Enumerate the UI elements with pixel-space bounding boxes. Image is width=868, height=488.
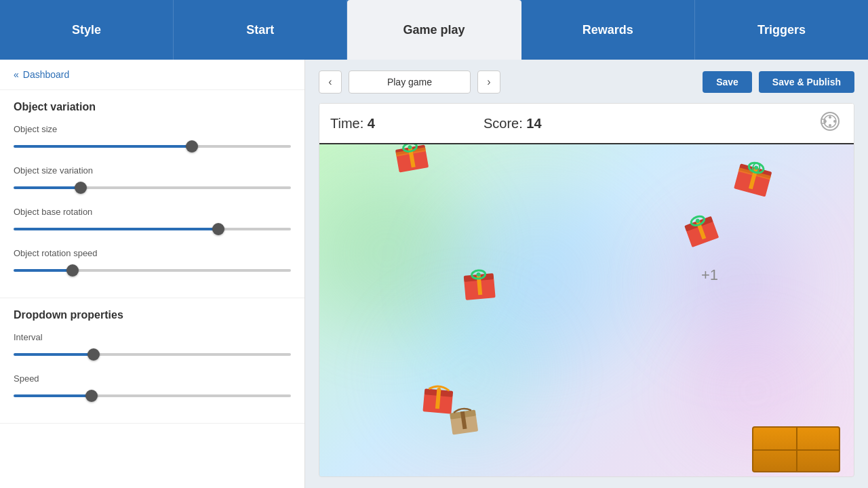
object-size-variation-slider[interactable] — [14, 186, 291, 189]
plus-one-text: +1 — [701, 266, 718, 284]
svg-point-4 — [829, 116, 831, 119]
object-rotation-speed-group: Object rotation speed — [14, 248, 291, 277]
object-base-rotation-slider-container — [14, 222, 291, 236]
speed-slider[interactable] — [14, 394, 291, 397]
sidebar: « Dashboard Object variation Object size… — [0, 60, 305, 488]
interval-label: Interval — [14, 332, 291, 342]
dropdown-properties-title: Dropdown properties — [14, 309, 291, 321]
object-size-variation-label: Object size variation — [14, 165, 291, 176]
nav-item-style[interactable]: Style — [0, 0, 174, 60]
publish-button[interactable]: Save & Publish — [759, 71, 854, 93]
svg-point-5 — [829, 124, 831, 127]
nav-item-start[interactable]: Start — [174, 0, 347, 60]
dropdown-properties-section: Dropdown properties Interval Speed — [0, 298, 304, 424]
wooden-box — [752, 426, 840, 472]
right-panel: ‹ Play game › Save Save & Publish Time: … — [305, 60, 868, 488]
header-actions: Save Save & Publish — [703, 71, 854, 93]
gift-top — [391, 144, 433, 178]
prev-button[interactable]: ‹ — [319, 70, 342, 94]
breadcrumb-label: Dashboard — [23, 69, 70, 80]
interval-slider-container — [14, 348, 291, 361]
page-title-box: Play game — [349, 70, 471, 94]
object-rotation-speed-slider[interactable] — [14, 269, 291, 272]
object-base-rotation-group: Object base rotation — [14, 207, 291, 236]
interval-group: Interval — [14, 332, 291, 361]
main-content: « Dashboard Object variation Object size… — [0, 60, 868, 488]
speed-label: Speed — [14, 373, 291, 384]
gift-top-right — [730, 154, 777, 203]
save-button[interactable]: Save — [703, 71, 752, 93]
object-base-rotation-label: Object base rotation — [14, 207, 291, 217]
object-variation-title: Object variation — [14, 101, 291, 113]
svg-point-3 — [833, 120, 836, 123]
object-size-group: Object size — [14, 124, 291, 153]
object-size-variation-group: Object size variation — [14, 165, 291, 195]
breadcrumb-icon: « — [14, 69, 19, 80]
speed-slider-container — [14, 389, 291, 403]
object-rotation-speed-slider-container — [14, 264, 291, 277]
next-button[interactable]: › — [477, 70, 500, 94]
object-size-slider-container — [14, 140, 291, 153]
game-canvas: Time: 4 Score: 14 — [319, 103, 854, 477]
gift-center — [460, 265, 499, 306]
object-base-rotation-slider[interactable] — [14, 228, 291, 230]
controller-icon — [817, 112, 843, 135]
game-score: Score: 14 — [484, 116, 542, 131]
panel-header: ‹ Play game › Save Save & Publish — [319, 70, 854, 94]
nav-item-triggers[interactable]: Triggers — [695, 0, 868, 60]
nav-item-gameplay[interactable]: Game play — [347, 0, 521, 60]
interval-slider[interactable] — [14, 353, 291, 356]
game-header: Time: 4 Score: 14 — [319, 104, 854, 144]
object-variation-section: Object variation Object size Object size… — [0, 90, 304, 298]
object-rotation-speed-label: Object rotation speed — [14, 248, 291, 258]
gift-bottom-tan — [446, 403, 482, 441]
object-size-slider[interactable] — [14, 145, 291, 148]
speed-group: Speed — [14, 373, 291, 403]
game-time: Time: 4 — [330, 116, 375, 131]
object-size-label: Object size — [14, 124, 291, 134]
object-size-variation-slider-container — [14, 181, 291, 195]
top-navigation: Style Start Game play Rewards Triggers — [0, 0, 868, 60]
breadcrumb[interactable]: « Dashboard — [0, 60, 304, 90]
game-play-area: +1 — [319, 144, 854, 477]
nav-item-rewards[interactable]: Rewards — [521, 0, 695, 60]
